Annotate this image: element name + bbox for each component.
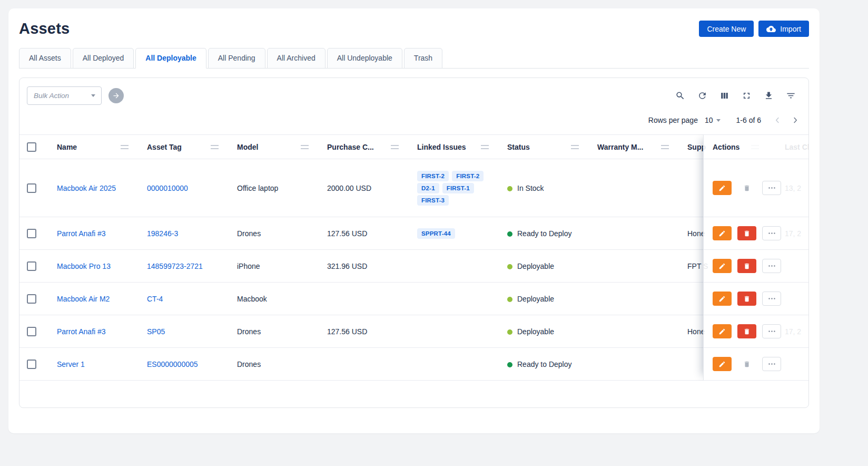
edit-button[interactable] xyxy=(713,292,732,306)
linked-issue-chip[interactable]: SPPRT-44 xyxy=(417,228,455,239)
name-cell: Macbook Air 2025 xyxy=(57,184,147,192)
more-actions-button[interactable] xyxy=(762,226,781,240)
row-actions xyxy=(704,250,808,283)
column-header-warranty-m[interactable]: Warranty M... xyxy=(597,143,687,151)
toolbar: Bulk Action xyxy=(19,78,808,112)
asset-name-link[interactable]: Server 1 xyxy=(57,360,85,368)
linked-issue-chip[interactable]: FIRST-2 xyxy=(452,171,484,181)
delete-button[interactable] xyxy=(737,357,756,371)
tab-all-undeployable[interactable]: All Undeployable xyxy=(327,48,402,69)
model-cell: Drones xyxy=(237,229,327,238)
bulk-action-go-button[interactable] xyxy=(108,88,124,103)
toolbar-search-button[interactable] xyxy=(674,90,686,102)
row-actions xyxy=(704,348,808,381)
edit-button[interactable] xyxy=(713,357,732,371)
toolbar-columns-button[interactable] xyxy=(718,90,731,102)
toolbar-refresh-button[interactable] xyxy=(696,90,708,102)
name-cell: Parrot Anafi #3 xyxy=(57,229,147,238)
asset-tag-link[interactable]: 148599723-2721 xyxy=(147,262,203,270)
delete-button[interactable] xyxy=(737,181,756,195)
column-header-model[interactable]: Model xyxy=(237,143,327,151)
table-row: Parrot Anafi #3SP05Drones127.56 USDDeplo… xyxy=(19,315,808,348)
column-header-purchase-c[interactable]: Purchase C... xyxy=(327,143,417,151)
toolbar-filter-button[interactable] xyxy=(785,90,797,102)
tab-trash[interactable]: Trash xyxy=(404,48,442,69)
column-drag-handle-icon[interactable] xyxy=(211,145,219,149)
status-label: In Stock xyxy=(517,184,544,192)
search-icon xyxy=(675,91,685,101)
tab-all-pending[interactable]: All Pending xyxy=(208,48,265,69)
status-dot xyxy=(507,231,512,237)
edit-button[interactable] xyxy=(713,259,732,273)
rows-per-page-select[interactable]: 10 xyxy=(705,116,721,124)
column-header-asset-tag[interactable]: Asset Tag xyxy=(147,143,237,151)
asset-tag-link[interactable]: ES0000000005 xyxy=(147,360,198,368)
linked-issue-chip[interactable]: FIRST-1 xyxy=(442,183,474,193)
create-new-button[interactable]: Create New xyxy=(699,21,754,37)
row-checkbox[interactable] xyxy=(27,229,36,238)
column-drag-handle-icon[interactable] xyxy=(661,145,669,149)
toolbar-fullscreen-button[interactable] xyxy=(741,90,753,102)
column-label: Asset Tag xyxy=(147,143,182,151)
delete-button[interactable] xyxy=(737,324,756,338)
delete-button[interactable] xyxy=(737,292,756,306)
purchase-cost-cell: 127.56 USD xyxy=(327,229,417,238)
column-drag-handle-icon[interactable] xyxy=(121,145,129,149)
more-actions-button[interactable] xyxy=(762,181,781,195)
select-all-checkbox[interactable] xyxy=(27,142,36,152)
column-drag-handle-icon[interactable] xyxy=(481,145,489,149)
model-cell: Drones xyxy=(237,360,327,368)
chevron-down-icon xyxy=(716,119,721,122)
row-checkbox[interactable] xyxy=(27,183,36,193)
linked-issue-chip[interactable]: D2-1 xyxy=(417,183,439,193)
asset-name-link[interactable]: Macbook Pro 13 xyxy=(57,262,111,270)
edit-button[interactable] xyxy=(713,181,732,195)
asset-name-link[interactable]: Parrot Anafi #3 xyxy=(57,229,106,238)
tab-all-deployable[interactable]: All Deployable xyxy=(135,48,206,69)
row-checkbox[interactable] xyxy=(27,294,36,304)
pencil-icon xyxy=(718,185,726,192)
linked-issue-chip[interactable]: FIRST-2 xyxy=(417,171,449,181)
asset-name-link[interactable]: Macbook Air 2025 xyxy=(57,184,116,192)
asset-tag-cell: ES0000000005 xyxy=(147,360,237,368)
delete-button[interactable] xyxy=(737,259,756,273)
row-checkbox[interactable] xyxy=(27,261,36,271)
edit-button[interactable] xyxy=(713,226,732,240)
more-actions-button[interactable] xyxy=(762,324,781,338)
asset-name-link[interactable]: Parrot Anafi #3 xyxy=(57,327,106,336)
delete-button[interactable] xyxy=(737,226,756,240)
row-select-cell xyxy=(19,183,57,193)
more-dots-icon xyxy=(767,229,776,238)
edit-button[interactable] xyxy=(713,324,732,338)
next-page-button[interactable] xyxy=(791,115,800,125)
fullscreen-icon xyxy=(742,91,752,101)
bulk-action-select[interactable]: Bulk Action xyxy=(27,86,102,105)
tab-all-deployed[interactable]: All Deployed xyxy=(73,48,134,69)
asset-tag-link[interactable]: 0000010000 xyxy=(147,184,188,192)
toolbar-download-button[interactable] xyxy=(763,90,775,102)
linked-issues-line: FIRST-3 xyxy=(417,195,502,206)
asset-tag-link[interactable]: CT-4 xyxy=(147,295,163,303)
more-actions-button[interactable] xyxy=(762,292,781,306)
column-header-linked-issues[interactable]: Linked Issues xyxy=(417,143,507,151)
column-header-status[interactable]: Status xyxy=(507,143,597,151)
column-drag-handle-icon[interactable] xyxy=(391,145,399,149)
row-checkbox[interactable] xyxy=(27,360,36,369)
asset-tag-link[interactable]: SP05 xyxy=(147,327,165,336)
column-drag-handle-icon[interactable] xyxy=(301,145,309,149)
column-label: Linked Issues xyxy=(417,143,466,151)
table-header-row: NameAsset TagModelPurchase C...Linked Is… xyxy=(19,134,808,159)
asset-tag-link[interactable]: 198246-3 xyxy=(147,229,178,238)
column-drag-handle-icon[interactable] xyxy=(571,145,579,149)
more-actions-button[interactable] xyxy=(762,357,781,371)
column-header-name[interactable]: Name xyxy=(57,143,147,151)
row-select-cell xyxy=(19,294,57,304)
previous-page-button[interactable] xyxy=(773,115,782,125)
row-checkbox[interactable] xyxy=(27,327,36,336)
import-button[interactable]: Import xyxy=(758,21,809,37)
tab-all-assets[interactable]: All Assets xyxy=(19,48,71,69)
linked-issue-chip[interactable]: FIRST-3 xyxy=(417,195,449,206)
asset-name-link[interactable]: Macbook Air M2 xyxy=(57,295,110,303)
more-actions-button[interactable] xyxy=(762,259,781,273)
tab-all-archived[interactable]: All Archived xyxy=(267,48,326,69)
